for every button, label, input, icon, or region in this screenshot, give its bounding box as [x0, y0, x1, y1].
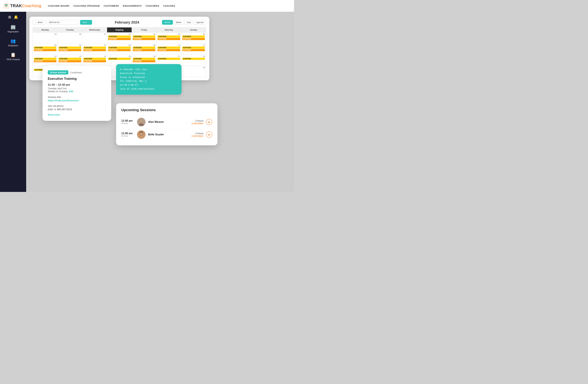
session-link-label: Session link: [48, 96, 106, 99]
session-phone-label: Join via phone [48, 104, 106, 107]
session-time: 11:30 – 12:30 pm [48, 83, 106, 86]
view-buttons: Month Week Day Agenda [162, 20, 206, 25]
calendar-title: February 2024 [115, 20, 139, 24]
col-wednesday: Wednesday [82, 27, 107, 33]
logo-trak-text: TRAK [10, 3, 22, 8]
calendar-cell[interactable]: 30 [58, 33, 82, 44]
avatar-1 [137, 118, 146, 126]
show-more-link[interactable]: Show more [48, 113, 60, 116]
calendar-cell[interactable]: 12 EVNT0035 EVNT0036 [33, 55, 58, 66]
session-time-2: 11:00 am [121, 132, 134, 135]
logo-coaching-text: Coaching [22, 3, 41, 8]
nav-engagements[interactable]: ENGAGEMENTS [123, 5, 142, 7]
play-icon-2: ▶ [209, 133, 210, 136]
calendar-cell[interactable]: 08 EVNT0035 EVNT0036 [107, 44, 132, 55]
calendar-cell[interactable]: 29 [33, 33, 58, 44]
session-time-1: 11:00 am [121, 119, 134, 122]
chat-bubble: A reminder that your Executive Training … [116, 64, 182, 95]
employees-icon: 👥 [10, 39, 16, 43]
session-badges: Group session Confirmed [48, 70, 106, 75]
sidebar-products-label: TRAK Products [6, 58, 20, 61]
nav-coaching-program[interactable]: COACHING PROGRAM [73, 5, 100, 7]
calendar-cell[interactable]: 25 [181, 66, 206, 77]
edit-recurrence-link[interactable]: Edit [69, 90, 73, 93]
play-button-1[interactable]: ▶ [206, 119, 212, 125]
session-row: 11:00 am 45 mins Alan Weaver 2 hours CON… [121, 116, 212, 128]
session-status-1: CONFIRMED [191, 122, 203, 125]
table-row: 29 30 31 01 EVNT0035 EVNT0036 02 EVNT003… [33, 33, 206, 44]
session-date: Tuesday, April 2nd [48, 87, 106, 90]
person-name-2: Belle Snyder [148, 133, 189, 136]
col-saturday: Saturday [156, 27, 181, 33]
upcoming-sessions-title: Upcoming Sessions [121, 108, 212, 112]
col-monday: Monday [33, 27, 58, 33]
session-status-2: CONFIRMED [191, 135, 203, 137]
nav-coachee-board[interactable]: COACHEE BOARD [48, 5, 69, 7]
back-button[interactable]: ← Back [33, 20, 45, 25]
person-name-1: Alan Weaver [148, 121, 189, 123]
next-button[interactable]: Next → [80, 20, 92, 25]
session-mins-1: 45 mins [121, 122, 134, 124]
calendar-cell[interactable]: 13 EVNT0035 EVNT0036 [58, 55, 82, 66]
session-title: Executive Training [48, 77, 106, 81]
session-mins-2: 45 mins [121, 135, 134, 137]
session-link-url[interactable]: https://trakLearn/Gsession [48, 99, 106, 102]
calendar-cell[interactable]: 07 EVNT0035 EVNT0036 [82, 44, 107, 55]
calendar-cell[interactable]: 04 EVNT0035 EVNT0036 [181, 33, 206, 44]
logo: TRAKCoaching [3, 3, 41, 9]
session-duration-block-1: 2 hours CONFIRMED [191, 119, 203, 125]
calendar-cell[interactable]: 03 EVNT0035 EVNT0036 [156, 33, 181, 44]
col-ongoing: Ongoing [107, 27, 132, 33]
sidebar-top-icons: ⊞ 🔔 [8, 15, 18, 19]
svg-point-4 [140, 120, 143, 122]
sidebar-item-employees[interactable]: 👥 Employees [0, 37, 26, 49]
calendar-cell[interactable]: 09 EVNT0035 EVNT0036 [132, 44, 156, 55]
table-row: 05 EVNT0035 EVNT0036 06 EVNT0035 EVNT003… [33, 44, 206, 55]
session-duration-1: 2 hours [191, 119, 203, 122]
calendar-header: ← Back Next → February 2024 Month Week D… [33, 20, 206, 25]
session-recurrence: Weekly on Tuesday Edit [48, 90, 106, 93]
sidebar-organization-label: Organization [7, 31, 19, 33]
play-button-2[interactable]: ▶ [206, 131, 212, 138]
session-time-block-1: 11:00 am 45 mins [121, 119, 134, 124]
bell-icon[interactable]: 🔔 [14, 15, 18, 19]
main-area: ← Back Next → February 2024 Month Week D… [26, 12, 294, 192]
group-session-badge: Group session [48, 70, 68, 75]
nav-links: COACHEE BOARD COACHING PROGRAM CUSTOMERS… [48, 5, 175, 7]
nav-customers[interactable]: CUSTOMERS [104, 5, 119, 7]
nav-coaches[interactable]: COACHES [163, 5, 175, 7]
agenda-view-button[interactable]: Agenda [194, 20, 206, 25]
month-view-button[interactable]: Month [162, 20, 173, 25]
sidebar: ⊞ 🔔 🏢 Organization 👥 Employees 📋 TRAK Pr… [0, 12, 26, 192]
sidebar-item-organization[interactable]: 🏢 Organization [0, 22, 26, 35]
confirmed-badge: Confirmed [70, 71, 82, 74]
calendar-cell[interactable]: 31 [82, 33, 107, 44]
calendar-cell[interactable]: 02 EVNT0035 EVNT0036 [132, 33, 156, 44]
chat-text: A reminder that your Executive Training … [120, 68, 178, 91]
session-duration-2: 2 hours [191, 132, 203, 135]
calendar-cell[interactable]: 06 EVNT0035 EVNT0036 [58, 44, 82, 55]
session-duration-block-2: 2 hours CONFIRMED [191, 132, 203, 137]
logo-icon [3, 3, 9, 9]
sidebar-item-trak-products[interactable]: 📋 TRAK Products [0, 50, 26, 63]
play-icon-1: ▶ [209, 121, 210, 123]
grid-icon[interactable]: ⊞ [8, 15, 11, 19]
day-view-button[interactable]: Day [185, 20, 193, 25]
week-view-button[interactable]: Week [173, 20, 184, 25]
calendar-cell[interactable]: 18 EVNT0035 [181, 55, 206, 66]
calendar-cell[interactable]: 11 EVNT0035 EVNT0036 [181, 44, 206, 55]
calendar-cell[interactable]: 14 EVNT0035 EVNT0036 [82, 55, 107, 66]
session-time-block-2: 11:00 am 45 mins [121, 132, 134, 137]
calendar-cell[interactable]: 10 EVNT0035 EVNT0036 [156, 44, 181, 55]
products-icon: 📋 [10, 52, 16, 57]
date-input[interactable] [47, 20, 79, 25]
session-phone: (US) +1 800.397.5215 [48, 108, 106, 111]
sidebar-employees-label: Employees [8, 44, 18, 47]
calendar-cell[interactable]: 01 EVNT0035 EVNT0036 [107, 33, 132, 44]
calendar-cell[interactable]: 05 EVNT0035 EVNT0036 [33, 44, 58, 55]
calendar-navigation: ← Back Next → [33, 20, 92, 25]
session-row: 11:00 am 45 mins Belle Snyder 2 hours CO… [121, 128, 212, 141]
col-tuesday: Tuesday [58, 27, 82, 33]
nav-coachees[interactable]: COACHEES [146, 5, 159, 7]
group-session-card: Group session Confirmed Executive Traini… [42, 66, 111, 121]
